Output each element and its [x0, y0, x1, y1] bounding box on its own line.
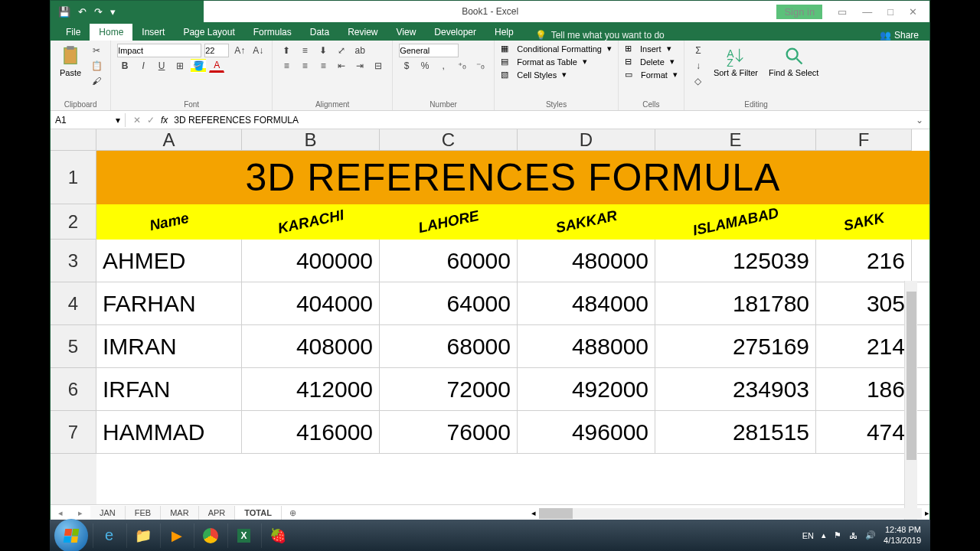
tab-data[interactable]: Data [301, 24, 338, 41]
cells-area[interactable]: 3D REFERENCES FORMULA NameKARACHILAHORES… [96, 151, 929, 504]
cell[interactable]: IRFAN [96, 368, 242, 410]
share-button[interactable]: 👥Share [880, 30, 929, 41]
headers-row[interactable]: NameKARACHILAHORESAKKARISLAMABADSAKK [96, 204, 929, 240]
tab-file[interactable]: File [57, 24, 90, 41]
sort-filter-button[interactable]: AZ Sort & Filter [710, 44, 761, 79]
row-header-1[interactable]: 1 [51, 151, 96, 204]
cell[interactable]: 64000 [380, 282, 518, 324]
hscroll-right-icon[interactable]: ▸ [925, 508, 929, 518]
tray-clock[interactable]: 12:48 PM 4/13/2019 [884, 525, 921, 545]
cell[interactable]: 305 [816, 282, 912, 324]
cell[interactable]: HAMMAD [96, 411, 242, 453]
cell[interactable]: 181780 [655, 282, 816, 324]
formula-input[interactable]: 3D REFERENCES FORMULA [174, 115, 916, 126]
undo-icon[interactable]: ↶ [78, 6, 87, 18]
tab-page-layout[interactable]: Page Layout [174, 24, 243, 41]
wrap-text-button[interactable]: ab [352, 44, 368, 57]
autosum-button[interactable]: Σ [691, 44, 706, 57]
chevron-down-icon[interactable]: ▾ [116, 115, 120, 126]
cell[interactable]: 488000 [518, 325, 655, 367]
taskbar-media-icon[interactable]: ▶ [160, 523, 192, 548]
cell[interactable]: 474 [816, 411, 912, 453]
font-color-button[interactable]: A [209, 59, 224, 73]
decrease-font-icon[interactable]: A↓ [250, 44, 266, 57]
col-header-b[interactable]: B [242, 129, 380, 151]
col-header-f[interactable]: F [816, 129, 912, 151]
currency-button[interactable]: $ [399, 59, 414, 73]
sheet-tab-total[interactable]: TOTAL [235, 506, 282, 521]
decrease-decimal-icon[interactable]: ⁻₀ [472, 59, 488, 73]
align-right-icon[interactable]: ≡ [315, 59, 331, 73]
hscroll-left-icon[interactable]: ◂ [531, 508, 536, 518]
select-all-corner[interactable] [51, 129, 96, 151]
tell-me[interactable]: 💡Tell me what you want to do [535, 30, 665, 41]
align-center-icon[interactable]: ≡ [297, 59, 312, 73]
table-row[interactable]: IMRAN40800068000488000275169214 [96, 325, 929, 368]
conditional-formatting-button[interactable]: ▦ Conditional Formatting ▾ [501, 44, 612, 54]
cell[interactable]: 68000 [380, 325, 518, 367]
row-header-6[interactable]: 6 [51, 368, 96, 411]
sheet-tab-feb[interactable]: FEB [126, 506, 161, 521]
taskbar-explorer-icon[interactable]: 📁 [126, 523, 158, 548]
italic-button[interactable]: I [136, 59, 151, 73]
enter-formula-icon[interactable]: ✓ [147, 115, 155, 126]
number-format-input[interactable] [399, 44, 459, 57]
scroll-thumb[interactable] [906, 292, 916, 460]
tab-developer[interactable]: Developer [425, 24, 485, 41]
cell-styles-button[interactable]: ▧ Cell Styles ▾ [501, 70, 567, 80]
fill-button[interactable]: ↓ [691, 59, 706, 73]
format-cells-button[interactable]: ▭ Format ▾ [625, 70, 678, 80]
font-name-input[interactable] [117, 44, 201, 57]
sign-in-button[interactable]: Sign in [776, 5, 822, 19]
align-top-icon[interactable]: ⬆ [279, 44, 294, 57]
redo-icon[interactable]: ↷ [94, 6, 103, 18]
tab-home[interactable]: Home [90, 24, 132, 41]
table-row[interactable]: FARHAN40400064000484000181780305 [96, 282, 929, 325]
delete-cells-button[interactable]: ⊟ Delete ▾ [625, 57, 675, 67]
save-icon[interactable]: 💾 [58, 6, 70, 18]
cell[interactable]: 492000 [518, 368, 655, 410]
cell[interactable]: 234903 [655, 368, 816, 410]
table-row[interactable]: IRFAN41200072000492000234903186 [96, 368, 929, 411]
tray-network-icon[interactable]: 🖧 [849, 531, 858, 540]
table-row[interactable]: AHMED40000060000480000125039216 [96, 240, 929, 282]
qat-dropdown-icon[interactable]: ▾ [110, 6, 116, 18]
tab-formulas[interactable]: Formulas [244, 24, 301, 41]
tray-up-icon[interactable]: ▴ [822, 530, 826, 540]
hscroll-thumb[interactable] [539, 508, 573, 519]
insert-cells-button[interactable]: ⊞ Insert ▾ [625, 44, 671, 54]
find-select-button[interactable]: Find & Select [766, 44, 822, 79]
sheet-tab-jan[interactable]: JAN [90, 506, 126, 521]
cell[interactable]: 484000 [518, 282, 655, 324]
decrease-indent-icon[interactable]: ⇤ [334, 59, 349, 73]
col-header-c[interactable]: C [380, 129, 518, 151]
align-middle-icon[interactable]: ≡ [297, 44, 312, 57]
taskbar-excel-icon[interactable]: X [227, 523, 260, 548]
tab-view[interactable]: View [387, 24, 426, 41]
row-header-7[interactable]: 7 [51, 411, 96, 454]
cell[interactable]: FARHAN [96, 282, 242, 324]
increase-font-icon[interactable]: A↑ [232, 44, 247, 57]
tray-volume-icon[interactable]: 🔊 [865, 530, 876, 540]
minimize-icon[interactable]: — [862, 6, 872, 18]
expand-formula-bar-icon[interactable]: ⌄ [916, 115, 929, 126]
sheet-tab-apr[interactable]: APR [199, 506, 236, 521]
row-header-3[interactable]: 3 [51, 240, 96, 282]
clear-button[interactable]: ◇ [691, 74, 706, 88]
cut-button[interactable]: ✂ [89, 44, 104, 57]
maximize-icon[interactable]: □ [887, 6, 893, 18]
taskbar-app-icon[interactable]: 🍓 [261, 523, 293, 548]
orientation-icon[interactable]: ⤢ [334, 44, 349, 57]
cell[interactable]: 281515 [655, 411, 816, 453]
row-header-5[interactable]: 5 [51, 325, 96, 368]
cancel-formula-icon[interactable]: ✕ [133, 115, 141, 126]
cell[interactable]: 408000 [242, 325, 380, 367]
table-row[interactable]: HAMMAD41600076000496000281515474 [96, 411, 929, 454]
tab-help[interactable]: Help [485, 24, 523, 41]
paste-button[interactable]: Paste [57, 44, 84, 79]
sheet-tab-mar[interactable]: MAR [161, 506, 198, 521]
format-painter-button[interactable]: 🖌 [89, 74, 104, 88]
increase-indent-icon[interactable]: ⇥ [352, 59, 368, 73]
align-left-icon[interactable]: ≡ [279, 59, 294, 73]
close-icon[interactable]: ✕ [909, 6, 917, 18]
